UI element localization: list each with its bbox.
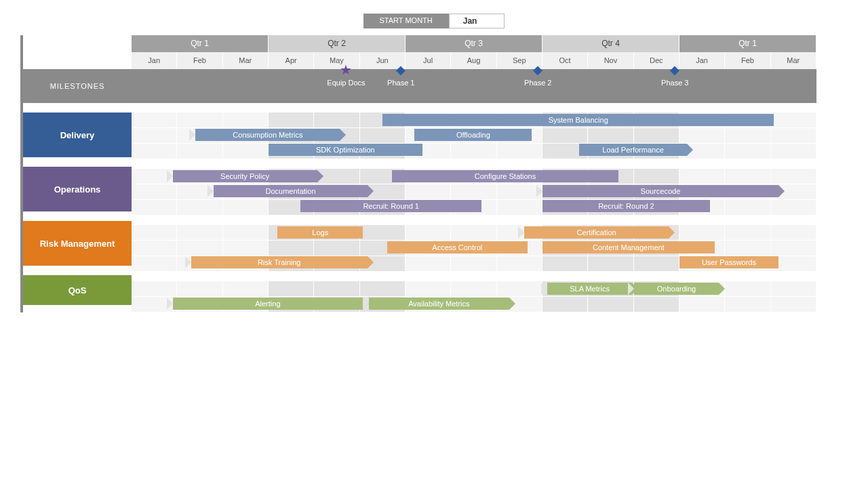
task-bar[interactable]: Configure Stations (392, 170, 618, 182)
timeline-spacer (23, 35, 132, 69)
task-bar[interactable]: Offloading (414, 129, 532, 141)
task-label: Access Control (432, 243, 482, 251)
grid-cell (451, 225, 496, 240)
roadmap-wrapper: START MONTH Jan MILESTONES DeliveryOpera… (20, 14, 848, 312)
grid-cell (588, 297, 633, 312)
task-label: Availability Metrics (408, 300, 469, 308)
task-label: Logs (312, 228, 328, 237)
grid-cell (725, 144, 770, 159)
task-label: SLA Metrics (570, 285, 610, 293)
milestones-label: MILESTONES (23, 69, 132, 103)
task-label: Load Performance (602, 146, 664, 154)
task-bar[interactable]: Availability Metrics (369, 298, 509, 310)
grid-cell (406, 256, 451, 271)
month-cell: Oct (542, 52, 588, 69)
task-bar[interactable]: Certification (524, 226, 669, 239)
month-cell: Feb (725, 52, 770, 69)
grid-cell (771, 128, 816, 143)
grid-cell (406, 184, 451, 199)
grid-cell (679, 169, 725, 184)
quarter-row: Qtr 1Qtr 2Qtr 3Qtr 4Qtr 1 (132, 35, 816, 52)
grid-cell (725, 297, 770, 312)
grid-cell (360, 225, 406, 240)
task-bar[interactable]: Recruit: Round 1 (300, 200, 481, 212)
task-bar[interactable]: Access Control (387, 241, 527, 253)
lane-row (132, 144, 816, 159)
grid-cell (588, 128, 633, 143)
grid-cell (497, 184, 542, 199)
task-bar[interactable]: Risk Training (191, 256, 368, 268)
milestones-band: ★Equip Docs◆Phase 1◆Phase 2◆Phase 3 (132, 69, 816, 103)
quarter-cell: Qtr 3 (406, 35, 542, 52)
task-bar[interactable]: System Balancing (382, 114, 774, 126)
milestone-label: Equip Docs (327, 79, 365, 87)
task-label: Content Management (593, 243, 665, 251)
grid-cell (497, 256, 542, 271)
grid-cell (771, 225, 816, 240)
grid-cell (497, 281, 542, 296)
task-label: Documentation (266, 187, 316, 195)
grid-cell (223, 200, 269, 215)
milestone-label: Phase 2 (524, 79, 551, 87)
task-label: Onboarding (657, 285, 696, 293)
task-bar[interactable]: User Passwords (679, 256, 778, 268)
grid-cell (314, 113, 359, 127)
lane: System BalancingConsumption MetricsOfflo… (132, 113, 816, 159)
task-label: Offloading (456, 131, 490, 139)
task-bar[interactable]: Onboarding (634, 283, 719, 295)
task-label: System Balancing (549, 116, 608, 124)
task-bar[interactable]: Recruit: Round 2 (542, 200, 710, 212)
grid-cell (725, 200, 770, 215)
task-bar[interactable]: Alerting (173, 298, 363, 310)
diamond-icon: ◆ (396, 64, 406, 76)
diamond-icon: ◆ (670, 64, 679, 76)
task-bar[interactable]: SDK Optimization (269, 144, 422, 156)
grid-cell (679, 225, 725, 240)
grid-cell (771, 297, 816, 312)
lane-title: Operations (23, 167, 132, 211)
grid-cell (177, 241, 222, 256)
grid-cell (497, 144, 542, 159)
grid-cell (451, 281, 496, 296)
task-bar[interactable]: Documentation (214, 185, 368, 197)
lane-title: Delivery (23, 113, 132, 157)
grid-cell (132, 113, 177, 127)
month-cell: Jul (406, 52, 451, 69)
grid-cell (771, 113, 816, 127)
task-bar[interactable]: Security Policy (173, 170, 317, 182)
right-column: Qtr 1Qtr 2Qtr 3Qtr 4Qtr 1 JanFebMarAprMa… (132, 35, 816, 312)
month-cell: Mar (223, 52, 269, 69)
month-cell: Jan (132, 52, 177, 69)
grid-cell (679, 128, 725, 143)
month-cell: Nov (588, 52, 633, 69)
grid-cell (406, 281, 451, 296)
task-bar[interactable]: Content Management (542, 241, 715, 253)
grid-cell (542, 256, 588, 271)
task-bar[interactable]: Logs (277, 226, 363, 239)
task-label: Security Policy (220, 172, 269, 180)
task-bar[interactable]: Consumption Metrics (195, 129, 340, 141)
grid-cell (451, 144, 496, 159)
quarter-cell: Qtr 1 (132, 35, 269, 52)
gantt: MILESTONES DeliveryOperationsRisk Manage… (20, 35, 848, 312)
milestone-label: Phase 3 (661, 79, 688, 87)
month-row: JanFebMarAprMayJunJulAugSepOctNovDecJanF… (132, 52, 816, 69)
task-label: Certification (577, 228, 616, 237)
task-label: Risk Training (258, 258, 301, 266)
start-month-label: START MONTH (363, 14, 449, 28)
grid-cell (223, 281, 269, 296)
month-cell: Apr (269, 52, 314, 69)
grid-cell (177, 200, 222, 215)
grid-cell (132, 256, 177, 271)
grid-cell (132, 281, 177, 296)
grid-cell (634, 128, 679, 143)
task-bar[interactable]: Sourcecode (542, 185, 778, 197)
month-cell: Feb (177, 52, 222, 69)
lane-title: QoS (23, 275, 132, 305)
task-label: Recruit: Round 1 (363, 202, 419, 210)
task-bar[interactable]: Load Performance (579, 144, 687, 156)
grid-cell (132, 225, 177, 240)
star-icon: ★ (340, 64, 352, 76)
start-month-input[interactable]: Jan (449, 14, 505, 28)
task-bar[interactable]: SLA Metrics (547, 283, 633, 295)
